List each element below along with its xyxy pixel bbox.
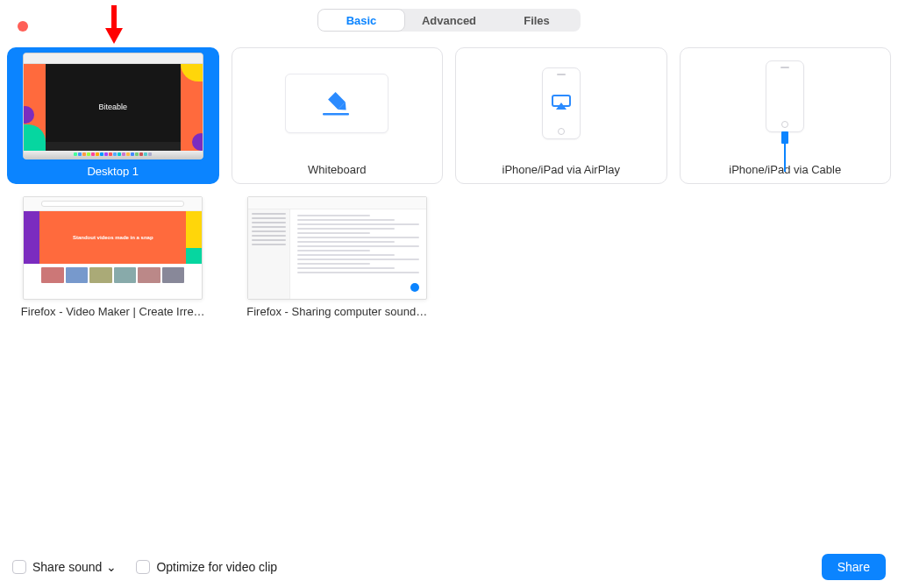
tile-label: Firefox - Video Maker | Create Irre… (16, 305, 210, 318)
phone-icon (766, 60, 804, 132)
share-sound-checkbox[interactable]: Share sound ⌄ (12, 560, 117, 574)
window-close-button[interactable] (18, 21, 28, 32)
tile-iphone-airplay[interactable]: iPhone/iPad via AirPlay (455, 47, 667, 184)
checkbox-box (136, 560, 150, 574)
tab-basic[interactable]: Basic (317, 9, 405, 32)
tile-firefox-sharing-sound[interactable]: Firefox - Sharing computer sound… (232, 196, 444, 333)
tile-label: Whiteboard (303, 163, 371, 176)
checkbox-box (12, 560, 26, 574)
tile-label: Desktop 1 (82, 165, 144, 177)
tile-desktop-1[interactable]: Biteable Desktop 1 (7, 47, 219, 184)
pencil-icon (320, 90, 353, 117)
annotation-arrow-icon (101, 2, 127, 46)
checkbox-label: Optimize for video clip (156, 560, 277, 574)
share-source-grid: Biteable Desktop 1 (7, 47, 891, 333)
window-thumbnail: Standout videos made in a snap (23, 196, 203, 300)
phone-icon (542, 67, 581, 139)
player-brand-text: Biteable (98, 103, 127, 111)
window-thumbnail (247, 196, 427, 300)
airplay-icon (552, 95, 571, 110)
tile-iphone-cable[interactable]: iPhone/iPad via Cable (680, 47, 892, 184)
tile-whiteboard[interactable]: Whiteboard (232, 47, 444, 184)
optimize-video-checkbox[interactable]: Optimize for video clip (136, 560, 277, 574)
svg-marker-1 (105, 28, 123, 44)
tile-firefox-video-maker[interactable]: Standout videos made in a snap Firefox -… (7, 196, 219, 333)
share-button[interactable]: Share (822, 554, 886, 580)
desktop-thumbnail: Biteable (23, 53, 203, 159)
tile-label: Firefox - Sharing computer sound… (241, 305, 432, 318)
tab-files[interactable]: Files (493, 9, 581, 32)
footer-bar: Share sound ⌄ Optimize for video clip Sh… (0, 546, 898, 588)
chevron-down-icon: ⌄ (106, 560, 117, 574)
checkbox-label: Share sound (32, 560, 102, 574)
tile-label: iPhone/iPad via AirPlay (497, 163, 625, 176)
share-tabs: Basic Advanced Files (317, 9, 581, 32)
tab-advanced[interactable]: Advanced (405, 9, 493, 32)
svg-rect-4 (323, 113, 349, 116)
